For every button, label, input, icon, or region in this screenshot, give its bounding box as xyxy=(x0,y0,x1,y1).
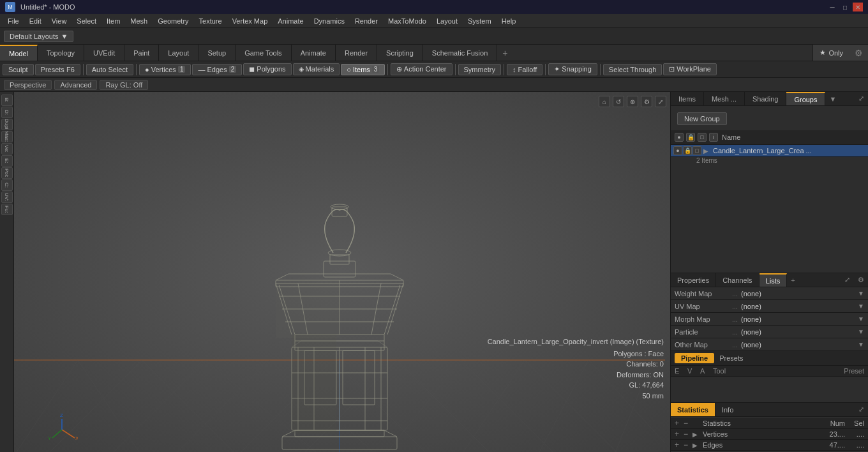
weight-map-dropdown-icon[interactable]: ▼ xyxy=(858,290,864,297)
tab-game-tools[interactable]: Game Tools xyxy=(236,45,292,61)
group-vis-icon[interactable]: □ xyxy=(698,133,707,142)
morph-map-dropdown-icon[interactable]: ▼ xyxy=(858,315,864,322)
stats-edges-expand-icon[interactable]: ▶ xyxy=(692,442,701,449)
props-plus-icon[interactable]: + xyxy=(787,276,798,284)
auto-select-button[interactable]: Auto Select xyxy=(86,64,133,75)
tab-render[interactable]: Render xyxy=(336,45,377,61)
stats-vertices-expand-icon[interactable]: ▶ xyxy=(692,431,701,438)
menu-item-mesh[interactable]: Mesh xyxy=(125,16,153,26)
menu-item-view[interactable]: View xyxy=(47,16,72,26)
group-info-icon[interactable]: i xyxy=(709,133,718,142)
statistics-tab[interactable]: Statistics xyxy=(671,403,715,416)
tab-schematic-fusion[interactable]: Schematic Fusion xyxy=(423,45,497,61)
tab-items[interactable]: Items xyxy=(671,92,704,105)
only-button[interactable]: ★Only xyxy=(812,45,849,61)
props-expand-icon[interactable]: ⤢ xyxy=(841,276,854,284)
polygons-button[interactable]: ◼ Polygons xyxy=(243,63,291,75)
edges-button[interactable]: — Edges2 xyxy=(192,64,242,75)
menu-item-dynamics[interactable]: Dynamics xyxy=(309,16,350,26)
tab-groups[interactable]: Groups xyxy=(786,92,825,105)
select-through-button[interactable]: Select Through xyxy=(603,64,662,75)
sidebar-item-1[interactable]: D: xyxy=(1,107,13,118)
sculpt-button[interactable]: Sculpt xyxy=(3,64,34,75)
stats-edges-add-icon[interactable]: + xyxy=(675,441,684,449)
sidebar-item-8[interactable]: UV: xyxy=(1,192,13,203)
viewport-settings-button[interactable]: ⚙ xyxy=(641,96,652,107)
tab-topology[interactable]: Topology xyxy=(38,45,84,61)
stats-remove-icon[interactable]: − xyxy=(684,419,692,428)
group-eye-icon[interactable]: ● xyxy=(675,133,684,142)
group-item[interactable]: ● 🔒 □ ▶ Candle_Lantern_Large_Crea ... xyxy=(671,145,868,157)
tab-model[interactable]: Model xyxy=(0,45,38,61)
menu-item-help[interactable]: Help xyxy=(497,16,521,26)
titlebar-controls[interactable]: ─ □ ✕ xyxy=(827,3,863,11)
sidebar-item-2[interactable]: Dúpl: xyxy=(1,119,13,130)
info-tab[interactable]: Info xyxy=(715,403,740,416)
viewport-zoom-button[interactable]: ⊕ xyxy=(627,96,638,107)
menu-item-render[interactable]: Render xyxy=(350,16,383,26)
tab-shading[interactable]: Shading xyxy=(745,92,786,105)
workplane-button[interactable]: ⊡ WorkPlane xyxy=(663,63,717,75)
maximize-button[interactable]: □ xyxy=(840,3,850,11)
tab-mesh[interactable]: Mesh ... xyxy=(704,92,745,105)
perspective-button[interactable]: Perspective xyxy=(4,80,52,90)
tab-channels[interactable]: Channels xyxy=(716,273,759,287)
group-expand-icon[interactable]: ▶ xyxy=(701,146,710,155)
default-layouts-dropdown[interactable]: Default Layouts ▼ xyxy=(4,31,73,42)
materials-button[interactable]: ◈ Materials xyxy=(293,63,340,75)
ray-gl-button[interactable]: Ray GL: Off xyxy=(100,80,148,90)
menu-item-select[interactable]: Select xyxy=(71,16,101,26)
uv-map-dropdown-icon[interactable]: ▼ xyxy=(858,303,864,310)
sidebar-item-5[interactable]: E: xyxy=(1,155,13,167)
new-group-button[interactable]: New Group xyxy=(677,112,727,125)
group-lock-icon[interactable]: 🔒 xyxy=(686,133,695,142)
menu-item-file[interactable]: File xyxy=(3,16,24,26)
menu-item-system[interactable]: System xyxy=(463,16,497,26)
falloff-button[interactable]: ↕ Falloff xyxy=(507,64,542,75)
presets-button[interactable]: Presets F6 xyxy=(35,64,80,75)
sidebar-item-6[interactable]: Pol: xyxy=(1,167,13,179)
menu-item-layout[interactable]: Layout xyxy=(431,16,463,26)
tab-uvedit[interactable]: UVEdit xyxy=(84,45,124,61)
sidebar-item-3[interactable]: Más: xyxy=(1,131,13,142)
menu-item-texture[interactable]: Texture xyxy=(194,16,227,26)
menu-item-vertex-map[interactable]: Vertex Map xyxy=(227,16,273,26)
sidebar-item-4[interactable]: Ve: xyxy=(1,143,13,154)
menu-item-animate[interactable]: Animate xyxy=(273,16,308,26)
menu-item-edit[interactable]: Edit xyxy=(24,16,47,26)
tab-properties[interactable]: Properties xyxy=(671,273,716,287)
stats-expand-icon[interactable]: ⤢ xyxy=(855,405,868,414)
group-item-lock-icon[interactable]: 🔒 xyxy=(683,146,692,155)
tab-scripting[interactable]: Scripting xyxy=(377,45,423,61)
stats-edges-remove-icon[interactable]: − xyxy=(684,441,692,449)
items-button[interactable]: ○ Items3 xyxy=(341,64,385,75)
menu-item-geometry[interactable]: Geometry xyxy=(153,16,193,26)
tab-layout[interactable]: Layout xyxy=(159,45,198,61)
stats-add-icon[interactable]: + xyxy=(675,419,684,428)
other-map-dropdown-icon[interactable]: ▼ xyxy=(858,341,864,348)
viewport-expand-button[interactable]: ⤢ xyxy=(655,96,666,107)
advanced-button[interactable]: Advanced xyxy=(54,80,97,90)
tab-lists[interactable]: Lists xyxy=(760,273,788,287)
menu-item-item[interactable]: Item xyxy=(101,16,125,26)
props-settings-icon[interactable]: ⚙ xyxy=(854,276,868,284)
panel-expand-icon[interactable]: ⤢ xyxy=(855,94,868,103)
menu-item-maxtomodo[interactable]: MaxToModo xyxy=(383,16,431,26)
particle-map-dropdown-icon[interactable]: ▼ xyxy=(858,328,864,335)
tab-paint[interactable]: Paint xyxy=(124,45,159,61)
action-center-button[interactable]: ⊕ Action Center xyxy=(391,63,452,75)
stats-vertices-remove-icon[interactable]: − xyxy=(684,430,692,439)
pipeline-button[interactable]: Pipeline xyxy=(675,353,714,363)
viewport-home-button[interactable]: ⌂ xyxy=(599,96,610,107)
presets-button[interactable]: Presets xyxy=(719,354,743,362)
vertices-button[interactable]: ● Vertices1 xyxy=(139,64,191,75)
sidebar-item-0[interactable]: B: xyxy=(1,94,13,106)
sidebar-item-9[interactable]: Fu: xyxy=(1,204,13,215)
group-item-vis-icon[interactable]: □ xyxy=(692,146,701,155)
tab-add-button[interactable]: + xyxy=(497,45,513,61)
tab-setup[interactable]: Setup xyxy=(198,45,236,61)
panel-dropdown-icon[interactable]: ▼ xyxy=(825,95,840,103)
symmetry-button[interactable]: Symmetry xyxy=(458,64,502,75)
sidebar-item-7[interactable]: C: xyxy=(1,179,13,191)
stats-vertices-add-icon[interactable]: + xyxy=(675,430,684,439)
